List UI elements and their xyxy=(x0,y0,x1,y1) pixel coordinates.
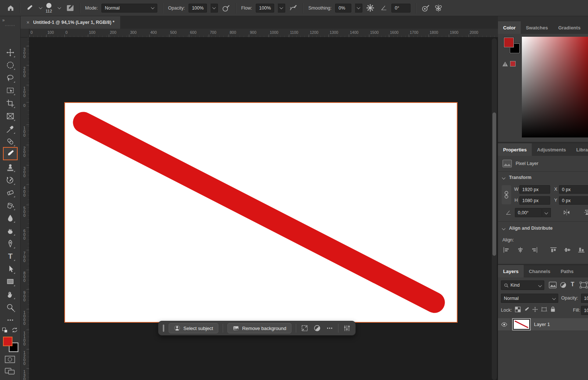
align-middle-vertical-icon[interactable] xyxy=(564,247,571,253)
more-options-icon[interactable] xyxy=(326,324,334,332)
taskbar-drag-handle[interactable] xyxy=(163,325,164,332)
smudge-tool[interactable] xyxy=(5,226,15,236)
layer-visibility-eye-icon[interactable] xyxy=(498,318,510,330)
brush-size-picker[interactable]: 112 xyxy=(46,3,52,13)
opacity-dropdown[interactable] xyxy=(211,4,218,12)
flow-field[interactable]: 100% xyxy=(256,4,274,12)
layer-fill-field[interactable]: 100% xyxy=(581,306,588,315)
tab-layers[interactable]: Layers xyxy=(498,265,524,277)
lock-all-padlock-icon[interactable] xyxy=(550,306,556,312)
move-tool[interactable] xyxy=(5,47,15,58)
layer-name[interactable]: Layer 1 xyxy=(534,322,550,327)
eyedropper-tool[interactable] xyxy=(5,124,15,134)
tab-gradients[interactable]: Gradients xyxy=(553,21,586,34)
pressure-opacity-icon[interactable] xyxy=(222,4,230,12)
transform-icon[interactable] xyxy=(301,324,309,332)
saturation-brightness-field[interactable] xyxy=(522,37,588,137)
filter-type-layers-icon[interactable]: T xyxy=(571,282,574,287)
brush-settings-panel-icon[interactable] xyxy=(66,4,75,12)
height-field[interactable]: 1080 px xyxy=(519,196,550,205)
edit-toolbar-ellipsis-icon[interactable] xyxy=(5,315,15,325)
filter-shape-layers-icon[interactable] xyxy=(580,282,588,288)
width-field[interactable]: 1920 px xyxy=(519,185,550,194)
brush-tool-preset-icon[interactable] xyxy=(25,4,33,12)
toolbar-grip[interactable] xyxy=(5,25,15,26)
smoothing-field[interactable]: 0% xyxy=(335,4,351,12)
layer-opacity-field[interactable]: 100% xyxy=(581,294,588,303)
tab-channels[interactable]: Channels xyxy=(524,265,556,277)
crop-tool[interactable] xyxy=(5,98,15,108)
tab-libraries[interactable]: Libraries xyxy=(571,143,588,156)
frame-tool[interactable] xyxy=(5,111,15,121)
flow-dropdown[interactable] xyxy=(278,4,285,12)
chevron-down-icon[interactable] xyxy=(57,6,61,9)
canvas[interactable] xyxy=(64,102,458,323)
quick-mask-icon[interactable] xyxy=(4,355,15,364)
collapse-panel-icon[interactable]: » xyxy=(2,18,5,23)
history-brush-tool[interactable] xyxy=(5,175,15,185)
elliptical-marquee-tool[interactable] xyxy=(5,60,15,70)
tab-swatches[interactable]: Swatches xyxy=(521,21,553,34)
layer-row-selected[interactable]: Layer 1 xyxy=(498,318,588,330)
rotation-dropdown[interactable] xyxy=(542,208,551,217)
close-tab-icon[interactable]: × xyxy=(26,19,29,25)
blur-tool[interactable] xyxy=(5,213,15,223)
adjustments-icon[interactable] xyxy=(313,324,321,332)
chevron-down-icon[interactable] xyxy=(502,227,506,230)
filter-pixel-layers-icon[interactable] xyxy=(549,282,557,288)
hand-tool[interactable] xyxy=(5,289,15,300)
mode-select[interactable]: Normal xyxy=(101,4,157,12)
align-bottom-icon[interactable] xyxy=(578,247,585,253)
tab-color[interactable]: Color xyxy=(498,21,521,34)
lock-transparency-icon[interactable] xyxy=(515,306,521,312)
path-selection-tool[interactable] xyxy=(5,264,15,274)
flip-horizontal-icon[interactable] xyxy=(563,209,571,216)
paint-bucket-tool[interactable] xyxy=(5,200,15,211)
pressure-size-icon[interactable] xyxy=(421,4,430,12)
object-selection-tool[interactable] xyxy=(5,85,15,96)
tab-paths[interactable]: Paths xyxy=(555,265,578,277)
align-left-icon[interactable] xyxy=(503,247,510,253)
layer-thumbnail[interactable] xyxy=(513,319,530,329)
swap-colors-icon[interactable] xyxy=(11,326,18,334)
foreground-color-swatch[interactable] xyxy=(3,337,12,346)
tab-properties[interactable]: Properties xyxy=(498,143,532,156)
pen-tool[interactable] xyxy=(5,239,15,249)
gear-icon[interactable] xyxy=(366,4,374,12)
y-field[interactable]: 0 px xyxy=(559,196,588,205)
lasso-tool[interactable] xyxy=(5,73,15,83)
gamut-warning-icon[interactable] xyxy=(502,61,508,67)
document-tab[interactable]: × Untitled-1 @ 94,1% (Layer 1, RGB/8) * xyxy=(21,16,120,29)
x-field[interactable]: 0 px xyxy=(559,185,588,194)
tab-adjustments[interactable]: Adjustments xyxy=(532,143,571,156)
lock-artboard-icon[interactable] xyxy=(541,306,547,312)
rectangle-tool[interactable] xyxy=(5,276,15,287)
gamut-color-chip[interactable] xyxy=(510,61,516,67)
home-icon[interactable] xyxy=(7,4,15,12)
filter-adjustment-layers-icon[interactable] xyxy=(560,282,567,288)
angle-field[interactable]: 0° xyxy=(391,4,410,12)
select-subject-button[interactable]: Select subject xyxy=(169,323,218,333)
link-dimensions-icon[interactable] xyxy=(502,185,511,204)
lock-position-icon[interactable] xyxy=(532,306,538,312)
screen-mode-icon[interactable] xyxy=(4,367,15,376)
properties-sliders-icon[interactable] xyxy=(343,324,351,332)
airbrush-icon[interactable] xyxy=(289,4,298,12)
smoothing-dropdown[interactable] xyxy=(355,4,362,12)
align-top-icon[interactable] xyxy=(550,247,557,253)
default-colors-icon[interactable] xyxy=(2,327,8,334)
eraser-tool[interactable] xyxy=(5,187,15,198)
flip-vertical-icon[interactable] xyxy=(583,209,588,216)
foreground-color-swatch[interactable] xyxy=(504,37,514,47)
opacity-field[interactable]: 100% xyxy=(189,4,207,12)
chevron-down-icon[interactable] xyxy=(502,176,506,180)
chevron-down-icon[interactable] xyxy=(39,6,43,9)
brush-tool-selected[interactable] xyxy=(3,147,18,160)
remove-background-button[interactable]: Remove background xyxy=(227,323,291,333)
align-center-horizontal-icon[interactable] xyxy=(517,247,524,253)
spot-healing-brush-tool[interactable] xyxy=(5,136,15,147)
clone-stamp-tool[interactable] xyxy=(5,162,15,172)
lock-pixels-brush-icon[interactable] xyxy=(524,306,530,312)
type-tool[interactable]: T xyxy=(5,251,15,261)
rotation-field[interactable]: 0,00° xyxy=(515,208,542,217)
